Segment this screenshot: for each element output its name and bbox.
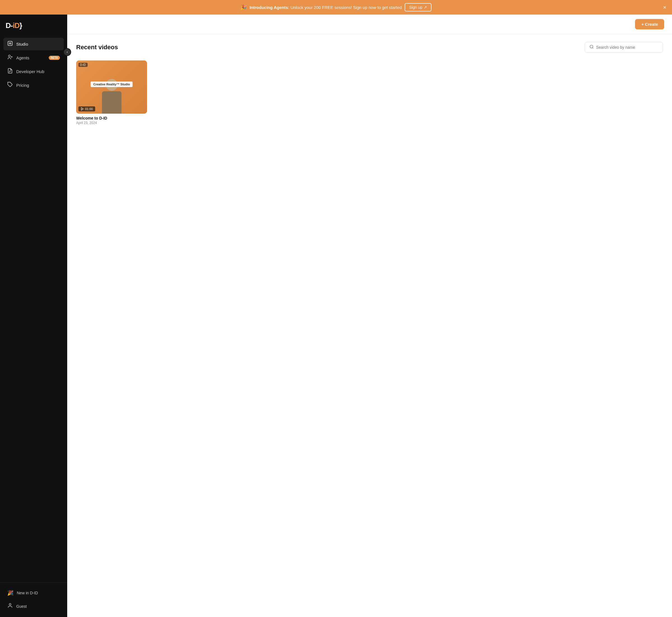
create-button[interactable]: + Create xyxy=(635,19,664,29)
sidebar: D-iD} ‹ Studio xyxy=(0,15,67,617)
svg-line-8 xyxy=(593,48,593,48)
video-name: Welcome to D-ID xyxy=(76,116,147,121)
studio-icon xyxy=(7,41,13,48)
videos-title: Recent videos xyxy=(76,44,118,51)
sidebar-item-agents[interactable]: Agents Beta xyxy=(3,51,64,64)
sidebar-item-new-label: New in D-ID xyxy=(17,591,60,595)
video-info: Welcome to D-ID April 23, 2024 xyxy=(76,116,147,125)
main-content: + Create Recent videos xyxy=(67,15,672,617)
svg-point-1 xyxy=(10,43,11,44)
sidebar-item-guest-label: Guest xyxy=(16,604,60,609)
search-box xyxy=(584,42,663,53)
svg-point-2 xyxy=(8,55,10,57)
person-body xyxy=(102,91,122,114)
banner-icon: 🎉 xyxy=(240,4,247,10)
sidebar-item-agents-label: Agents xyxy=(16,55,45,60)
videos-area: Recent videos xyxy=(67,34,672,617)
guest-icon xyxy=(7,603,13,610)
svg-rect-0 xyxy=(8,41,12,46)
new-icon: 🎉 xyxy=(7,590,13,596)
agents-icon xyxy=(7,54,13,61)
sidebar-item-studio-label: Studio xyxy=(16,42,60,46)
search-input[interactable] xyxy=(596,45,658,49)
sidebar-item-pricing-label: Pricing xyxy=(16,83,60,87)
banner-text: Introducing Agents: Unlock your 200 FREE… xyxy=(249,5,402,10)
sidebar-item-new-in-did[interactable]: 🎉 New in D-ID xyxy=(3,587,64,599)
sidebar-nav: Studio Agents Beta xyxy=(0,35,67,582)
video-card[interactable]: D-ID Creative Reality™ Studio 01:00 Welc… xyxy=(76,60,147,125)
promo-banner: 🎉 Introducing Agents: Unlock your 200 FR… xyxy=(0,0,672,15)
video-thumbnail: D-ID Creative Reality™ Studio 01:00 xyxy=(76,60,147,114)
developer-icon xyxy=(7,68,13,75)
videos-grid: D-ID Creative Reality™ Studio 01:00 Welc… xyxy=(76,60,300,125)
svg-point-7 xyxy=(590,45,593,48)
signup-button[interactable]: Sign up ↗ xyxy=(404,3,431,11)
video-date: April 23, 2024 xyxy=(76,121,147,125)
svg-marker-9 xyxy=(81,108,83,110)
sidebar-item-studio[interactable]: Studio xyxy=(3,38,64,50)
sidebar-item-pricing[interactable]: Pricing xyxy=(3,79,64,91)
sidebar-bottom: 🎉 New in D-ID Guest xyxy=(0,582,67,617)
beta-badge: Beta xyxy=(49,56,60,60)
video-duration: 01:00 xyxy=(78,107,95,112)
main-header: + Create xyxy=(67,15,672,34)
sidebar-item-developer-hub[interactable]: Developer Hub xyxy=(3,65,64,78)
search-icon xyxy=(590,44,594,50)
video-overlay-label: Creative Reality™ Studio xyxy=(91,81,133,87)
sidebar-collapse-button[interactable]: ‹ xyxy=(63,48,71,56)
banner-close-button[interactable]: × xyxy=(663,4,666,10)
videos-header: Recent videos xyxy=(76,42,663,53)
svg-point-6 xyxy=(9,604,11,606)
pricing-icon xyxy=(7,82,13,89)
app-layout: D-iD} ‹ Studio xyxy=(0,15,672,617)
logo: D-iD} xyxy=(0,15,67,35)
thumbnail-bg xyxy=(76,60,147,114)
sidebar-item-guest[interactable]: Guest xyxy=(3,600,64,613)
video-badge: D-ID xyxy=(78,63,88,67)
sidebar-item-developer-hub-label: Developer Hub xyxy=(16,69,60,74)
